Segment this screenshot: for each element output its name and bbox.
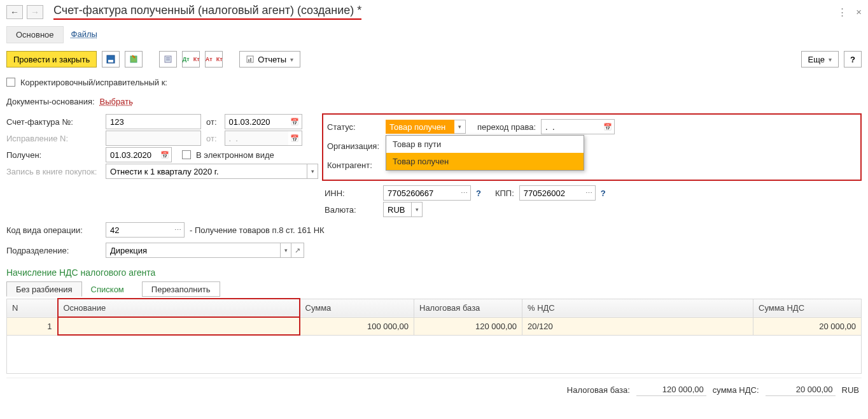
inn-picker-icon[interactable]: ⋯ [458,185,471,201]
cell-vat[interactable]: 20 000,00 [753,317,862,335]
calendar-icon[interactable]: 📅 [158,147,172,162]
col-vat[interactable]: Сумма НДС [753,299,862,317]
svg-rect-3 [165,56,171,62]
electronic-checkbox[interactable] [182,150,191,159]
basis-docs-select-link[interactable]: Выбрать [100,97,133,106]
dt-ct-button[interactable]: ДтКт [182,51,200,67]
cell-tax-base[interactable]: 120 000,00 [414,317,522,335]
calendar-icon[interactable]: 📅 [288,114,302,129]
nav-forward-button[interactable]: → [27,5,43,19]
reports-button[interactable]: Отчеты [239,51,300,67]
col-rate[interactable]: % НДС [522,299,753,317]
table-row[interactable]: 1 100 000,00 120 000,00 20/120 20 000,00 [7,317,862,335]
help-button[interactable]: ? [844,51,862,67]
inn-label: ИНН: [325,188,378,198]
col-tax-base[interactable]: Налоговая база [414,299,522,317]
section-title: Начисление НДС налогового агента [6,267,862,278]
nav-back-button[interactable]: ← [6,5,23,19]
basis-docs-label: Документы-основания: [6,97,95,106]
kpp-picker-icon[interactable]: ⋯ [583,185,596,201]
fix-no-label: Исправление N: [6,134,101,143]
opcode-input[interactable] [106,222,172,238]
currency-input[interactable] [383,202,411,217]
invoice-from-label: от: [206,117,220,127]
status-option-transit[interactable]: Товар в пути [386,136,584,153]
correction-checkbox[interactable] [6,78,15,87]
fix-no-input[interactable] [106,131,201,146]
status-dropdown-panel: Товар в пути Товар получен [386,135,584,171]
vat-table: N Основание Сумма Налоговая база % НДС С… [6,298,862,336]
electronic-label: В электронном виде [196,150,274,160]
col-sum[interactable]: Сумма [300,299,414,317]
invoice-no-input[interactable] [106,114,201,129]
footer-currency: RUB [842,385,859,395]
close-icon[interactable]: × [856,6,862,17]
footer-taxbase-value: 120 000,00 [636,383,706,396]
window-menu-icon[interactable]: ⋮ [837,6,847,18]
col-n[interactable]: N [7,299,58,317]
svg-rect-8 [250,58,251,62]
inn-help-icon[interactable]: ? [476,188,481,198]
post-icon [129,55,138,64]
cell-basis[interactable] [58,317,300,335]
counterparty-label: Контрагент: [327,160,381,170]
calendar-icon: 📅 [288,131,302,146]
kpp-input[interactable] [519,185,583,201]
organization-label: Организация: [327,141,381,151]
currency-label: Валюта: [325,205,378,215]
invoice-from-date[interactable] [225,114,288,129]
opcode-desc: - Получение товаров п.8 ст. 161 НК [190,225,325,235]
footer-taxbase-label: Налоговая база: [567,385,630,395]
book-value-input[interactable] [106,164,307,179]
fix-from-label: от: [206,134,220,143]
correction-label: Корректировочный/исправительный к: [20,78,167,87]
book-dropdown-icon[interactable]: ▾ [307,164,318,179]
col-basis[interactable]: Основание [58,299,300,317]
inn-input[interactable] [383,185,458,201]
post-and-close-button[interactable]: Провести и закрыть [6,51,97,67]
opcode-label: Код вида операции: [6,225,101,235]
kpp-help-icon[interactable]: ? [601,188,606,198]
kpp-label: КПП: [495,188,514,198]
status-value[interactable]: Товар получен [386,120,454,134]
save-button[interactable] [102,51,120,67]
save-icon [106,55,115,64]
at-kt-button[interactable]: АтКт [205,51,223,67]
reports-icon [246,55,254,63]
division-label: Подразделение: [6,246,101,255]
division-open-icon[interactable]: ↗ [291,243,304,258]
received-label: Получен: [6,150,101,160]
status-label: Статус: [327,122,381,132]
transfer-rights-label: переход права: [477,122,536,132]
division-dropdown-icon[interactable]: ▾ [280,243,291,258]
tab-list[interactable]: Списком [82,281,133,297]
opcode-picker-icon[interactable]: ⋯ [172,222,185,238]
refill-button[interactable]: Перезаполнить [142,281,220,297]
cell-sum[interactable]: 100 000,00 [300,317,414,335]
tab-no-split[interactable]: Без разбиения [6,281,82,297]
tab-files[interactable]: Файлы [69,26,106,43]
tab-main[interactable]: Основное [6,26,64,43]
book-label: Запись в книге покупок: [6,167,101,176]
cell-rate[interactable]: 20/120 [522,317,753,335]
table-empty-area[interactable] [6,336,862,374]
svg-rect-1 [108,60,113,62]
footer-vat-value: 20 000,00 [766,383,836,396]
page-title: Счет-фактура полученный (налоговый агент… [53,4,361,20]
currency-dropdown-icon[interactable]: ▾ [411,202,423,217]
post-button[interactable] [125,51,143,67]
attachments-button[interactable] [159,51,177,67]
transfer-date-input[interactable] [541,119,601,134]
status-option-received[interactable]: Товар получен [386,153,584,170]
footer-vat-label: сумма НДС: [713,385,759,395]
calendar-icon[interactable]: 📅 [601,119,615,134]
list-icon [164,55,172,64]
division-input[interactable] [106,243,280,258]
status-dropdown-icon[interactable]: ▾ [454,120,466,134]
invoice-no-label: Счет-фактура №: [6,117,101,127]
cell-n[interactable]: 1 [7,317,58,335]
received-date[interactable] [106,147,158,162]
svg-rect-7 [248,59,249,62]
fix-from-date[interactable] [225,131,288,146]
more-button[interactable]: Еще [801,51,839,67]
